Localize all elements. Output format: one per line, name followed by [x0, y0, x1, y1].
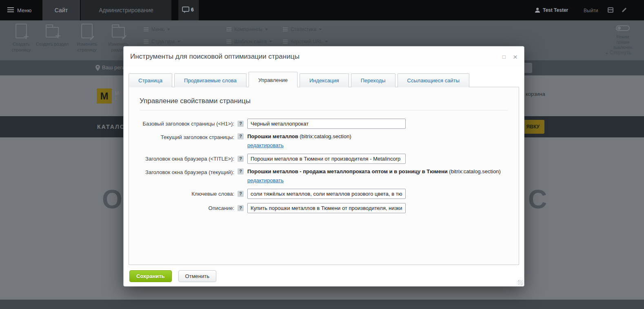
dialog-title: Инструменты для поисковой оптимизации ст…	[130, 53, 495, 61]
divider	[140, 110, 508, 110]
quick-edit-icon[interactable]	[621, 7, 627, 13]
current-title-value: Порошки металлов (bitrix:catalog.section…	[247, 133, 351, 149]
dialog-titlebar[interactable]: Инструменты для поисковой оптимизации ст…	[124, 46, 524, 67]
field-label: Описание:	[140, 205, 238, 212]
section-title: Управление свойствами страницы	[140, 97, 508, 105]
tab-indexing[interactable]: Индексация	[300, 73, 349, 87]
browser-title-input[interactable]	[247, 154, 406, 164]
help-icon[interactable]: ?	[238, 191, 244, 197]
field-label: Ключевые слова:	[140, 190, 238, 198]
user-icon	[535, 7, 540, 15]
logout-link[interactable]: Выйти	[584, 8, 598, 13]
panel-icon[interactable]	[608, 7, 613, 13]
user-name[interactable]: Test Tester	[543, 7, 568, 13]
edit-current-title-link[interactable]: редактировать	[247, 142, 284, 149]
form-row-keywords: Ключевые слова: ?	[140, 189, 508, 199]
close-icon[interactable]: ×	[513, 53, 517, 61]
h1-title-input[interactable]	[247, 119, 406, 129]
field-label: Базовый заголовок страницы (<H1>):	[140, 120, 238, 128]
tab-page[interactable]: Страница	[129, 73, 172, 87]
cancel-button[interactable]: Отменить	[178, 270, 216, 282]
tab-transitions[interactable]: Переходы	[351, 73, 395, 87]
form-row-h1: Базовый заголовок страницы (<H1>): ?	[140, 119, 508, 129]
description-input[interactable]	[247, 203, 406, 213]
top-bar: Меню Сайт Администрирование 6 Test Teste…	[0, 0, 644, 20]
maximize-icon[interactable]: □	[502, 54, 506, 60]
edit-browser-title-link[interactable]: редактировать	[247, 177, 284, 184]
help-icon[interactable]: ?	[238, 121, 244, 127]
chat-count-badge: 6	[191, 7, 194, 13]
dialog-footer: Сохранить Отменить	[124, 265, 524, 287]
hamburger-menu-icon[interactable]	[7, 7, 14, 13]
tab-administration[interactable]: Администрирование	[81, 0, 171, 20]
top-menu-label[interactable]: Меню	[17, 7, 31, 13]
tab-referring-sites[interactable]: Ссылающиеся сайты	[398, 73, 469, 87]
tab-promoted-words[interactable]: Продвигаемые слова	[174, 73, 246, 87]
tab-panel-management: Управление свойствами страницы Базовый з…	[129, 87, 519, 265]
help-icon[interactable]: ?	[238, 205, 244, 211]
seo-tools-dialog: Инструменты для поисковой оптимизации ст…	[123, 46, 524, 287]
field-label: Заголовок окна браузера (<TITLE>):	[140, 155, 238, 163]
help-icon[interactable]: ?	[238, 156, 244, 162]
field-label: Текущий заголовок страницы:	[140, 133, 238, 141]
chat-icon	[182, 7, 189, 13]
keywords-input[interactable]	[247, 189, 406, 199]
browser-title-current-value: Порошки металлов - продажа металлопрокат…	[247, 168, 501, 184]
tab-site[interactable]: Сайт	[42, 0, 80, 20]
help-icon[interactable]: ?	[238, 133, 244, 139]
form-row-browser-title: Заголовок окна браузера (<TITLE>): ?	[140, 154, 508, 164]
form-row-description: Описание: ?	[140, 203, 508, 213]
help-icon[interactable]: ?	[238, 168, 244, 174]
tab-management[interactable]: Управление	[249, 72, 298, 87]
form-row-browser-title-current: Заголовок окна браузера (текущий): ? Пор…	[140, 168, 508, 184]
notifications-button[interactable]: 6	[178, 0, 199, 20]
resize-handle[interactable]	[518, 280, 523, 285]
save-button[interactable]: Сохранить	[129, 270, 172, 282]
field-label: Заголовок окна браузера (текущий):	[140, 168, 238, 176]
dialog-tabs: Страница Продвигаемые слова Управление И…	[124, 67, 524, 87]
form-row-current-title: Текущий заголовок страницы: ? Порошки ме…	[140, 133, 508, 149]
